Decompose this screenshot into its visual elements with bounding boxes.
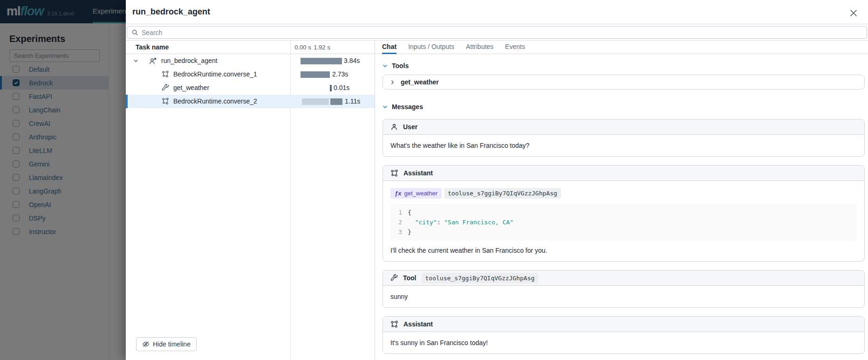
detail-tabs: Chat Inputs / Outputs Attributes Events bbox=[375, 41, 868, 54]
tab-attributes[interactable]: Attributes bbox=[466, 41, 493, 54]
chevron-down-icon[interactable] bbox=[383, 63, 388, 69]
span-row-converse-2-selected[interactable]: BedrockRuntime.converse_2 1.11s bbox=[126, 95, 375, 108]
message-card-assistant-final: Assistant It's sunny in San Francisco to… bbox=[383, 316, 865, 354]
tool-definition-name: get_weather bbox=[401, 78, 439, 86]
messages-section-title: Messages bbox=[392, 103, 423, 111]
modal-header: run_bedrock_agent bbox=[126, 0, 868, 24]
code-line: 1{ bbox=[396, 208, 851, 217]
code-token: { bbox=[408, 209, 411, 216]
tool-call-row: ƒx get_weather tooluse_s7ggiBy7QIqVGzzJG… bbox=[390, 188, 857, 199]
span-name[interactable]: BedrockRuntime.converse_1 bbox=[173, 70, 257, 78]
tools-section-header[interactable]: Tools bbox=[383, 62, 865, 69]
span-duration-label: 0.01s bbox=[334, 84, 349, 91]
code-string-token: "San Francisco, CA" bbox=[444, 219, 513, 226]
trace-search-row bbox=[126, 24, 868, 41]
trace-detail-modal: run_bedrock_agent Task name 0.00 s 1.92 … bbox=[126, 0, 868, 360]
message-text: What's the weather like in San Francisco… bbox=[383, 135, 864, 156]
message-role: User bbox=[403, 123, 417, 131]
agent-icon bbox=[149, 57, 157, 65]
tab-chat[interactable]: Chat bbox=[382, 41, 396, 54]
message-card-tool: Tool tooluse_s7ggiBy7QIqVGzzJGhpAsg sunn… bbox=[383, 270, 865, 308]
span-name[interactable]: run_bedrock_agent bbox=[161, 57, 218, 64]
message-header: Assistant bbox=[383, 166, 864, 181]
network-icon bbox=[390, 169, 398, 177]
function-icon: ƒx bbox=[395, 190, 401, 197]
span-row-run-bedrock-agent[interactable]: run_bedrock_agent 3.84s bbox=[126, 54, 375, 68]
code-key-token: "city" bbox=[415, 219, 437, 226]
message-header: Assistant bbox=[383, 317, 864, 332]
chevron-down-icon[interactable] bbox=[133, 58, 138, 63]
tool-call-arguments-code: 1{ 2 "city": "San Francisco, CA" 3} bbox=[390, 204, 857, 241]
trace-search-input[interactable] bbox=[142, 29, 867, 36]
span-detail-pane: Chat Inputs / Outputs Attributes Events … bbox=[375, 41, 868, 360]
span-duration-bar[interactable] bbox=[330, 98, 342, 105]
line-number: 1 bbox=[396, 208, 402, 217]
code-token: : bbox=[437, 219, 444, 226]
span-duration-label: 2.73s bbox=[332, 70, 348, 78]
hide-timeline-label: Hide timeline bbox=[153, 340, 191, 348]
message-card-user: User What's the weather like in San Fran… bbox=[383, 119, 865, 157]
span-context-bar bbox=[302, 98, 329, 105]
message-card-assistant-toolcall: Assistant ƒx get_weather tooluse_s7ggiBy… bbox=[383, 165, 865, 262]
span-duration-label: 3.84s bbox=[344, 57, 360, 64]
message-role: Tool bbox=[403, 274, 417, 282]
close-icon[interactable] bbox=[850, 9, 857, 17]
code-line: 2 "city": "San Francisco, CA" bbox=[396, 217, 851, 227]
tab-events[interactable]: Events bbox=[505, 41, 525, 54]
tools-section-title: Tools bbox=[392, 62, 409, 69]
user-icon bbox=[390, 123, 398, 131]
code-token: } bbox=[408, 228, 411, 235]
timeline-header-row: Task name 0.00 s 1.92 s bbox=[126, 41, 375, 54]
tool-use-id-pill[interactable]: tooluse_s7ggiBy7QIqVGzzJGhpAsg bbox=[444, 188, 561, 199]
trace-search-box[interactable] bbox=[127, 26, 867, 39]
task-name-column-header: Task name bbox=[136, 43, 169, 51]
network-icon bbox=[162, 97, 169, 105]
network-icon bbox=[162, 70, 169, 78]
selected-span-accent bbox=[126, 95, 128, 108]
eye-off-icon bbox=[142, 340, 150, 348]
hide-timeline-button[interactable]: Hide timeline bbox=[136, 337, 197, 351]
span-name[interactable]: BedrockRuntime.converse_2 bbox=[173, 97, 257, 105]
tool-definition-expander[interactable]: get_weather bbox=[383, 75, 865, 90]
message-header: Tool tooluse_s7ggiBy7QIqVGzzJGhpAsg bbox=[383, 270, 864, 286]
wrench-icon bbox=[162, 84, 169, 91]
span-duration-bar[interactable] bbox=[301, 58, 342, 64]
chevron-down-icon[interactable] bbox=[383, 104, 388, 110]
network-icon bbox=[390, 320, 398, 328]
messages-section-header[interactable]: Messages bbox=[383, 103, 865, 111]
span-row-converse-1[interactable]: BedrockRuntime.converse_1 2.73s bbox=[126, 68, 375, 81]
message-header: User bbox=[383, 119, 864, 135]
span-duration-bar[interactable] bbox=[301, 71, 330, 78]
chevron-right-icon[interactable] bbox=[390, 80, 395, 85]
function-name: get_weather bbox=[404, 190, 437, 197]
search-icon bbox=[131, 29, 138, 36]
line-number: 3 bbox=[396, 227, 402, 237]
message-role: Assistant bbox=[403, 169, 433, 177]
span-duration-label: 1.11s bbox=[345, 97, 360, 105]
span-duration-bar[interactable] bbox=[330, 85, 332, 91]
span-rows: run_bedrock_agent 3.84s BedrockRuntime.c… bbox=[126, 54, 375, 108]
span-row-get-weather[interactable]: get_weather 0.01s bbox=[126, 81, 375, 95]
span-name[interactable]: get_weather bbox=[173, 84, 209, 91]
axis-tick-1: 1.92 s bbox=[311, 44, 333, 51]
message-text: I'll check the current weather in San Fr… bbox=[390, 247, 857, 254]
code-line: 3} bbox=[396, 227, 851, 237]
axis-tick-0: 0.00 s bbox=[292, 44, 314, 51]
trace-title: run_bedrock_agent bbox=[132, 7, 210, 17]
function-call-chip[interactable]: ƒx get_weather bbox=[390, 188, 442, 199]
timeline-pane: Task name 0.00 s 1.92 s run_bedrock_agen… bbox=[126, 41, 375, 360]
chat-tab-content: Tools get_weather Messages User What's t… bbox=[375, 54, 868, 360]
message-text: It's sunny in San Francisco today! bbox=[383, 332, 864, 353]
wrench-icon bbox=[390, 274, 398, 282]
message-role: Assistant bbox=[403, 320, 433, 328]
tool-use-id-pill[interactable]: tooluse_s7ggiBy7QIqVGzzJGhpAsg bbox=[422, 273, 539, 284]
message-text: sunny bbox=[383, 286, 864, 307]
tab-inputs-outputs[interactable]: Inputs / Outputs bbox=[408, 41, 454, 54]
line-number: 2 bbox=[396, 217, 402, 227]
